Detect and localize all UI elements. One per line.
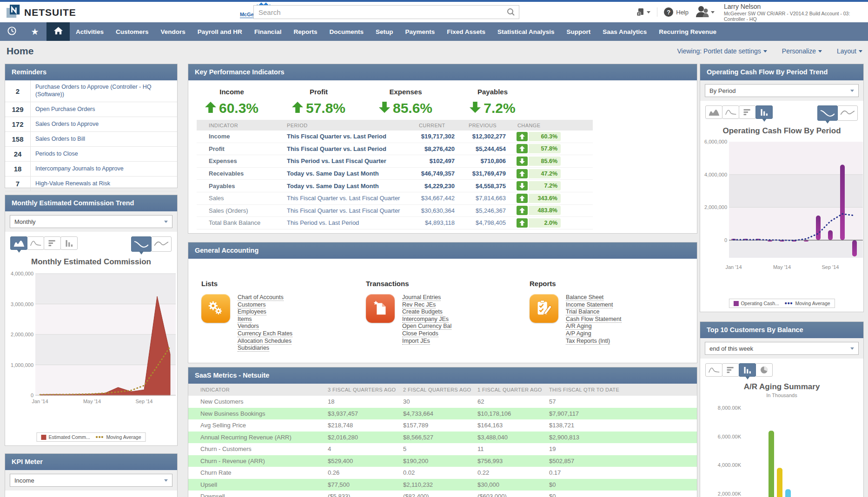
chart-type-area-button[interactable] [10, 236, 27, 250]
ga-link-create-budgets[interactable]: Create Budgets [402, 308, 451, 316]
chart-type-hbar-button[interactable] [739, 105, 756, 119]
ga-link-employees[interactable]: Employees [238, 308, 292, 316]
create-new-menu-button[interactable] [636, 7, 657, 17]
kpi-period-link[interactable]: This Fiscal Quarter vs. Last Fiscal Quar… [276, 207, 415, 214]
chart-type-hbar-button[interactable] [722, 363, 739, 377]
ga-link-intercompany-jes[interactable]: Intercompany JEs [402, 316, 451, 323]
nav-item-payments[interactable]: Payments [399, 22, 441, 41]
top-customers-header[interactable]: Top 10 Customers By Balance [700, 322, 863, 338]
home-tab[interactable] [46, 22, 70, 41]
saas-value: 0.17 [549, 469, 697, 476]
trend-off-button[interactable] [151, 236, 172, 252]
ga-link-allocation-schedules[interactable]: Allocation Schedules [238, 338, 292, 345]
commission-period-dropdown[interactable]: Monthly [10, 215, 172, 228]
ga-link-import-jes[interactable]: Import JEs [402, 338, 451, 345]
top-customers-period-dropdown[interactable]: end of this week [705, 342, 859, 355]
reminder-link-high-value-renewals-at-risk[interactable]: High-Value Renewals at Risk [31, 179, 177, 189]
chart-type-area-button[interactable] [705, 105, 722, 119]
nav-item-statistical-analysis[interactable]: Statistical Analysis [491, 22, 561, 41]
kpi-period-link[interactable]: Today vs. Same Day Last Month [276, 170, 415, 177]
kpi-portlet-header[interactable]: Key Performance Indicators [188, 64, 697, 80]
ga-link-chart-of-accounts[interactable]: Chart of Accounts [238, 294, 292, 301]
up-arrow-icon [205, 100, 216, 116]
user-menu[interactable] [695, 5, 715, 20]
nav-item-recurring-revenue[interactable]: Recurring Revenue [653, 22, 722, 41]
kpi-meter-metric-dropdown[interactable]: Income [10, 474, 172, 487]
search-input[interactable] [254, 8, 503, 16]
reminders-list: 2Purchase Orders to Approve (Controller … [5, 80, 177, 191]
trend-on-button[interactable] [131, 236, 152, 252]
ga-link-trial-balance[interactable]: Trial Balance [566, 308, 622, 316]
kpi-meter-header[interactable]: KPI Meter [5, 454, 177, 470]
reminder-link-sales-orders-to-bill[interactable]: Sales Orders to Bill [31, 134, 177, 144]
ga-link-subsidiaries[interactable]: Subsidiaries [238, 345, 292, 352]
chart-type-vbar-button[interactable] [739, 363, 756, 377]
reminder-link-sales-orders-to-approve[interactable]: Sales Orders to Approve [31, 119, 177, 130]
kpi-summary-value: 60.3% [188, 100, 275, 116]
ga-link-cash-flow-statement[interactable]: Cash Flow Statement [566, 316, 622, 323]
nav-item-vendors[interactable]: Vendors [155, 22, 192, 41]
reminder-link-periods-to-close[interactable]: Periods to Close [31, 149, 177, 159]
ga-link-a-p-aging[interactable]: A/P Aging [566, 330, 622, 338]
chart-type-line-button[interactable] [705, 363, 722, 377]
netsuite-logo[interactable]: NETSUITE [7, 5, 76, 20]
cash-flow-header[interactable]: Operating Cash Flow By Period Trend [700, 64, 863, 80]
nav-item-setup[interactable]: Setup [370, 22, 399, 41]
svg-text:0: 0 [724, 237, 727, 243]
ga-link-customers[interactable]: Customers [238, 301, 292, 309]
ga-link-vendors[interactable]: Vendors [238, 323, 292, 330]
reminder-link-purchase-orders-to-approve-con[interactable]: Purchase Orders to Approve (Controller -… [31, 82, 177, 99]
personalize-menu[interactable]: Personalize [782, 47, 822, 55]
recent-records-tab[interactable] [0, 22, 23, 41]
kpi-period-link[interactable]: This Fiscal Quarter vs. Last Period [276, 145, 415, 152]
commission-portlet-header[interactable]: Monthly Estimated Commission Trend [5, 195, 177, 211]
chart-type-hbar-button[interactable] [44, 236, 61, 250]
ga-link-balance-sheet[interactable]: Balance Sheet [566, 294, 622, 301]
nav-item-payroll-and-hr[interactable]: Payroll and HR [192, 22, 248, 41]
chart-type-vbar-button[interactable] [755, 105, 773, 119]
chart-type-line-button[interactable] [722, 105, 739, 119]
kpi-period-link[interactable]: This Fiscal Quarter vs. Last Fiscal Quar… [276, 195, 415, 202]
kpi-period-link[interactable]: This Fiscal Quarter vs. Last Period [276, 133, 415, 140]
ga-link-items[interactable]: Items [238, 316, 292, 323]
reminder-link-intercompany-journals-to-appro[interactable]: Intercompany Journals to Approve [31, 164, 177, 174]
shortcuts-tab[interactable] [23, 22, 46, 41]
viewing-settings-menu[interactable]: Viewing: Portlet date settings [677, 47, 767, 55]
kpi-row-payables: PayablesToday vs. Same Day Last Month$4,… [197, 180, 593, 192]
chart-type-line-button[interactable] [27, 236, 44, 250]
chart-type-vbar-button[interactable] [60, 236, 78, 250]
ga-link-income-statement[interactable]: Income Statement [566, 301, 622, 309]
general-accounting-header[interactable]: General Accounting [188, 242, 697, 259]
nav-item-customers[interactable]: Customers [110, 22, 155, 41]
ga-link-close-periods[interactable]: Close Periods [402, 330, 451, 338]
chart-type-pie-button[interactable] [755, 363, 773, 377]
nav-item-saas-analytics[interactable]: Saas Analytics [596, 22, 653, 41]
ga-link-tax-reports-intl[interactable]: Tax Reports (Intl) [566, 338, 622, 345]
ga-link-a-r-aging[interactable]: A/R Aging [566, 323, 622, 330]
nav-item-fixed-assets[interactable]: Fixed Assets [441, 22, 491, 41]
kpi-period-link[interactable]: Today vs. Same Day Last Month [276, 183, 415, 190]
nav-item-support[interactable]: Support [561, 22, 597, 41]
reminder-link-open-purchase-orders[interactable]: Open Purchase Orders [31, 105, 177, 115]
ga-link-journal-entries[interactable]: Journal Entries [402, 294, 451, 301]
saas-metrics-header[interactable]: SaaS Metrics - Netsuite [188, 367, 697, 384]
ga-link-open-currency-bal[interactable]: Open Currency Bal [402, 323, 451, 330]
search-icon[interactable] [503, 6, 519, 19]
saas-value: $218,748 [328, 422, 403, 429]
saas-row-avg-selling-price: Avg Selling Price$218,748$157,789$164,16… [188, 419, 697, 432]
nav-item-documents[interactable]: Documents [323, 22, 370, 41]
trend-off-button[interactable] [837, 105, 858, 121]
kpi-previous: $4,558,375 [455, 183, 506, 190]
ga-link-currency-exch-rates[interactable]: Currency Exch Rates [238, 330, 292, 338]
kpi-period-link[interactable]: This Period vs. Last Fiscal Quarter [276, 157, 415, 164]
cash-flow-period-dropdown[interactable]: By Period [705, 84, 859, 97]
help-button[interactable]: Help [664, 7, 689, 17]
ga-link-rev-rec-jes[interactable]: Rev Rec JEs [402, 301, 451, 309]
nav-item-reports[interactable]: Reports [287, 22, 323, 41]
nav-item-activities[interactable]: Activities [70, 22, 110, 41]
trend-on-button[interactable] [817, 105, 838, 121]
reminders-header[interactable]: Reminders [5, 64, 177, 80]
layout-menu[interactable]: Layout [837, 47, 862, 55]
kpi-period-link[interactable]: This Period vs. Last Period [276, 219, 415, 226]
nav-item-financial[interactable]: Financial [248, 22, 288, 41]
